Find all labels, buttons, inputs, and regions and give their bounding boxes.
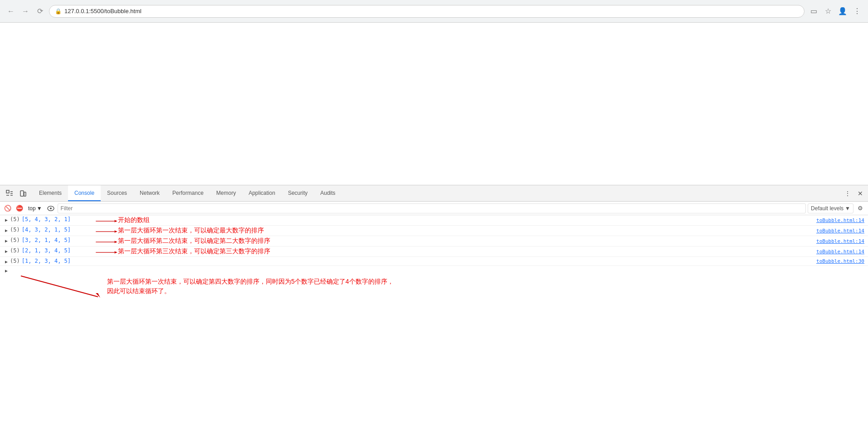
preserve-log-button[interactable]: ⛔	[15, 203, 24, 213]
browser-actions: ▭ ☆ 👤 ⋮	[808, 6, 863, 17]
annotation-text-1: 开始的数组	[118, 216, 150, 224]
devtools-tabs-bar: Elements Console Sources Network Perform…	[0, 185, 868, 202]
svg-marker-16	[115, 251, 117, 254]
count-5: (5)	[10, 258, 20, 264]
count-3: (5)	[10, 237, 20, 243]
close-devtools-button[interactable]: ✕	[854, 188, 866, 199]
array-3[interactable]: [3, 2, 1, 4, 5]	[22, 237, 71, 243]
back-button[interactable]: ←	[5, 6, 16, 17]
expand-btn-3[interactable]: ▶	[3, 237, 10, 243]
eye-button[interactable]	[46, 203, 56, 213]
arrow-1	[95, 218, 118, 224]
filter-input[interactable]	[58, 203, 806, 213]
devtools-toolbar: 🚫 ⛔ top ▼ Default levels ▼ ⚙	[0, 202, 868, 215]
expand-btn-4[interactable]: ▶	[3, 248, 10, 254]
svg-marker-10	[115, 220, 117, 222]
svg-line-17	[21, 276, 98, 297]
annotation-text-3: 第一层大循环第二次结束，可以确定第二大数字的排序	[118, 237, 270, 245]
arrow-4	[95, 249, 118, 256]
multiline-annotation-row: 第一层大循环第一次结束，可以确定第四大数字的排序，同时因为5个数字已经确定了4个…	[0, 275, 868, 302]
cast-button[interactable]: ▭	[808, 6, 819, 17]
annotation-text-4: 第一层大循环第三次结束，可以确定第三大数字的排序	[118, 247, 270, 256]
tab-memory[interactable]: Memory	[210, 185, 242, 201]
annotation-text-2: 第一层大循环第一次结束，可以确定最大数字的排序	[118, 227, 264, 235]
svg-marker-18	[96, 293, 100, 298]
bookmark-button[interactable]: ☆	[823, 6, 834, 17]
arrow-3	[95, 239, 118, 245]
array-4[interactable]: [2, 1, 3, 4, 5]	[22, 247, 71, 254]
device-toggle-button[interactable]	[17, 188, 29, 199]
inspect-element-button[interactable]	[4, 188, 15, 199]
console-row-2: ▶ (5) [4, 3, 2, 1, 5] 第一层大循环第一次结束，可以确定最大…	[0, 226, 868, 236]
devtools-tab-actions: ⋮ ✕	[842, 185, 868, 201]
arrow-2	[95, 228, 118, 235]
array-5[interactable]: [1, 2, 3, 4, 5]	[22, 258, 71, 264]
more-tabs-button[interactable]: ⋮	[842, 188, 853, 199]
tab-elements[interactable]: Elements	[33, 185, 68, 201]
svg-point-8	[50, 208, 52, 209]
main-content	[0, 23, 868, 185]
profile-button[interactable]: 👤	[837, 6, 848, 17]
tab-audits[interactable]: Audits	[314, 185, 341, 201]
tab-application[interactable]: Application	[242, 185, 282, 201]
svg-rect-5	[20, 191, 24, 196]
svg-marker-12	[115, 231, 117, 233]
console-row-5: ▶ (5) [1, 2, 3, 4, 5] toBubble.html:30	[0, 257, 868, 266]
console-content: ▶ (5) [5, 4, 3, 2, 1] 开始的数组 toBubble.htm…	[0, 215, 868, 425]
forward-button[interactable]: →	[20, 6, 31, 17]
array-1[interactable]: [5, 4, 3, 2, 1]	[22, 216, 71, 222]
devtools-toolbar-icons	[4, 185, 33, 201]
log-levels-button[interactable]: Default levels ▼	[808, 203, 853, 213]
count-2: (5)	[10, 227, 20, 233]
clear-console-button[interactable]: 🚫	[3, 203, 13, 213]
expand-btn-1[interactable]: ▶	[3, 217, 10, 222]
count-1: (5)	[10, 216, 20, 222]
source-link-4[interactable]: toBubble.html:14	[816, 249, 868, 255]
svg-rect-0	[6, 190, 9, 193]
context-selector[interactable]: top ▼	[26, 205, 44, 212]
svg-marker-14	[115, 241, 117, 243]
address-bar[interactable]: 🔒 127.0.0.1:5500/toBubble.html	[49, 5, 805, 18]
source-link-3[interactable]: toBubble.html:14	[816, 238, 868, 244]
console-row-3: ▶ (5) [3, 2, 1, 4, 5] 第一层大循环第二次结束，可以确定第二…	[0, 236, 868, 246]
expand-btn-last[interactable]: ▶	[3, 268, 10, 273]
tab-console[interactable]: Console	[68, 185, 101, 201]
console-row-4: ▶ (5) [2, 1, 3, 4, 5] 第一层大循环第三次结束，可以确定第三…	[0, 246, 868, 257]
console-row-1: ▶ (5) [5, 4, 3, 2, 1] 开始的数组 toBubble.htm…	[0, 215, 868, 226]
browser-chrome: ← → ⟳ 🔒 127.0.0.1:5500/toBubble.html ▭ ☆…	[0, 0, 868, 23]
url-text: 127.0.0.1:5500/toBubble.html	[64, 8, 141, 14]
tab-sources[interactable]: Sources	[101, 185, 133, 201]
lock-icon: 🔒	[55, 8, 62, 14]
tab-network[interactable]: Network	[133, 185, 166, 201]
tab-security[interactable]: Security	[282, 185, 314, 201]
settings-button[interactable]: ⚙	[855, 203, 865, 213]
menu-button[interactable]: ⋮	[852, 6, 863, 17]
expand-btn-5[interactable]: ▶	[3, 258, 10, 264]
devtools-panel: Elements Console Sources Network Perform…	[0, 185, 868, 425]
source-link-5[interactable]: toBubble.html:30	[816, 258, 868, 264]
console-last-row: ▶	[0, 266, 868, 275]
tab-performance[interactable]: Performance	[166, 185, 210, 201]
expand-btn-2[interactable]: ▶	[3, 227, 10, 233]
reload-button[interactable]: ⟳	[34, 6, 45, 17]
source-link-2[interactable]: toBubble.html:14	[816, 228, 868, 234]
svg-rect-6	[24, 192, 26, 196]
source-link-1[interactable]: toBubble.html:14	[816, 217, 868, 223]
array-2[interactable]: [4, 3, 2, 1, 5]	[22, 227, 71, 233]
count-4: (5)	[10, 247, 20, 254]
multiline-arrow	[7, 275, 107, 299]
